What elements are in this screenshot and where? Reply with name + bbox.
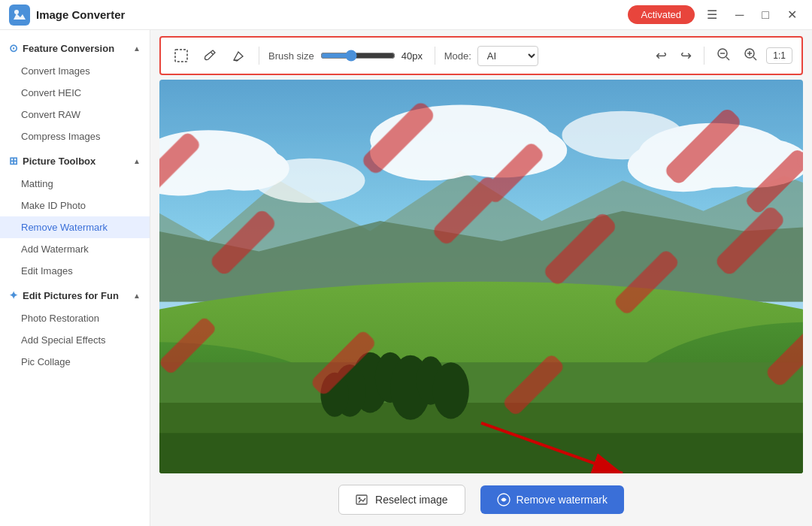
picture-toolbox-chevron: ▲: [133, 157, 141, 165]
sidebar-item-pic-collage[interactable]: Pic Collage: [0, 351, 150, 373]
mode-select[interactable]: AI Manual: [477, 46, 538, 66]
svg-point-31: [436, 123, 568, 178]
zoom-out-button[interactable]: [712, 44, 735, 67]
toolbar-divider-1: [259, 47, 259, 65]
sidebar-section-header-feature-conversion[interactable]: ⊙ Feature Conversion ▲: [0, 36, 150, 60]
brush-size-label: Brush size: [268, 50, 314, 62]
brush-tool-icon: [202, 48, 217, 63]
landscape-image: [159, 80, 803, 473]
remove-watermark-icon: [497, 493, 511, 506]
minimize-button[interactable]: ─: [729, 5, 750, 25]
main-layout: ⊙ Feature Conversion ▲ Convert Images Co…: [0, 30, 812, 526]
edit-pictures-label: Edit Pictures for Fun: [23, 290, 119, 301]
feature-conversion-label: Feature Conversion: [23, 43, 114, 54]
maximize-button[interactable]: □: [756, 5, 775, 25]
feature-conversion-chevron: ▲: [133, 44, 141, 53]
toolbar: Brush size 40px Mode: AI Manual ↩ ↪: [159, 36, 803, 75]
remove-watermark-label: Remove watermark: [517, 494, 607, 506]
sidebar-section-header-edit-pictures-for-fun[interactable]: ✦ Edit Pictures for Fun ▲: [0, 283, 150, 307]
sidebar-item-edit-images[interactable]: Edit Images: [0, 260, 150, 282]
redo-button[interactable]: ↪: [676, 44, 696, 67]
title-bar-left: Image Converter: [9, 5, 125, 26]
sidebar-item-convert-heic[interactable]: Convert HEIC: [0, 82, 150, 104]
svg-point-36: [562, 111, 683, 159]
zoom-ratio-display: 1:1: [766, 47, 792, 64]
app-logo: [9, 5, 30, 26]
eraser-tool-button[interactable]: [227, 44, 250, 67]
sidebar: ⊙ Feature Conversion ▲ Convert Images Co…: [0, 30, 150, 526]
bottom-bar: Reselect image Remove watermark: [150, 473, 812, 526]
svg-line-9: [753, 57, 756, 60]
selection-tool-button[interactable]: [170, 44, 192, 67]
content-area: Brush size 40px Mode: AI Manual ↩ ↪: [150, 30, 812, 526]
undo-button[interactable]: ↩: [651, 44, 671, 67]
svg-rect-0: [9, 5, 30, 26]
sidebar-section-feature-conversion: ⊙ Feature Conversion ▲ Convert Images Co…: [0, 36, 150, 147]
toolbar-divider-3: [704, 47, 704, 65]
sidebar-item-add-watermark[interactable]: Add Watermark: [0, 238, 150, 260]
svg-point-58: [359, 497, 361, 500]
sidebar-item-convert-raw[interactable]: Convert RAW: [0, 104, 150, 125]
zoom-in-icon: [744, 47, 757, 61]
svg-point-1: [14, 10, 19, 14]
sidebar-item-remove-watermark[interactable]: Remove Watermark: [0, 216, 150, 238]
svg-point-23: [433, 362, 469, 419]
zoom-out-icon: [717, 47, 730, 61]
close-button[interactable]: ✕: [781, 5, 803, 25]
toolbar-right: ↩ ↪: [651, 44, 792, 67]
eraser-tool-icon: [231, 48, 246, 63]
brush-tool-button[interactable]: [198, 44, 221, 67]
sidebar-item-make-id-photo[interactable]: Make ID Photo: [0, 195, 150, 216]
reselect-label: Reselect image: [375, 494, 448, 506]
svg-point-60: [502, 498, 505, 501]
reselect-image-button[interactable]: Reselect image: [338, 485, 465, 515]
remove-watermark-button[interactable]: Remove watermark: [480, 485, 624, 514]
svg-line-5: [726, 57, 729, 60]
sidebar-item-photo-restoration[interactable]: Photo Restoration: [0, 307, 150, 329]
sidebar-section-header-picture-toolbox[interactable]: ⊞ Picture Toolbox ▲: [0, 149, 150, 173]
svg-point-35: [254, 159, 365, 203]
zoom-in-button[interactable]: [739, 44, 762, 67]
sidebar-item-matting[interactable]: Matting: [0, 173, 150, 195]
reselect-icon: [356, 493, 369, 506]
title-bar: Image Converter Activated ☰ ─ □ ✕: [0, 0, 812, 30]
selection-tool-icon: [174, 48, 189, 63]
title-bar-right: Activated ☰ ─ □ ✕: [628, 5, 804, 25]
activated-button[interactable]: Activated: [628, 5, 695, 24]
edit-pictures-icon: ✦: [9, 289, 18, 301]
edit-pictures-chevron: ▲: [133, 292, 141, 300]
svg-rect-2: [175, 50, 187, 62]
mode-label: Mode:: [444, 50, 471, 62]
brush-size-value: 40px: [401, 50, 426, 62]
sidebar-section-picture-toolbox: ⊞ Picture Toolbox ▲ Matting Make ID Phot…: [0, 149, 150, 282]
toolbar-divider-2: [435, 47, 435, 65]
picture-toolbox-icon: ⊞: [9, 155, 18, 167]
sidebar-section-edit-pictures-for-fun: ✦ Edit Pictures for Fun ▲ Photo Restorat…: [0, 283, 150, 373]
feature-conversion-icon: ⊙: [9, 42, 18, 54]
menu-button[interactable]: ☰: [701, 5, 723, 25]
picture-toolbox-label: Picture Toolbox: [23, 156, 95, 167]
app-title: Image Converter: [36, 8, 125, 21]
sidebar-item-convert-images[interactable]: Convert Images: [0, 60, 150, 82]
brush-size-slider[interactable]: [320, 50, 395, 62]
sidebar-item-compress-images[interactable]: Compress Images: [0, 125, 150, 147]
svg-rect-18: [159, 433, 803, 473]
sidebar-item-add-special-effects[interactable]: Add Special Effects: [0, 329, 150, 351]
image-canvas[interactable]: [159, 80, 803, 473]
